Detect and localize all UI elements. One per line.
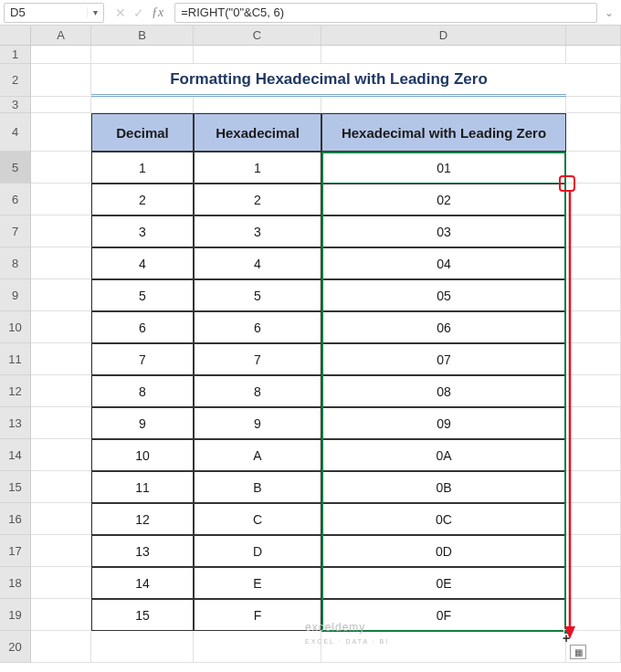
row-header-2[interactable]: 2 [0,64,30,97]
row-header-10[interactable]: 10 [0,311,30,343]
cell-hex[interactable]: 6 [194,311,321,343]
cell-decimal[interactable]: 3 [91,215,194,247]
cell-hex[interactable]: F [194,599,321,631]
cell-hex[interactable]: 3 [194,215,321,247]
cell-hex[interactable]: 2 [194,184,321,215]
cell-hex[interactable]: 8 [194,375,321,407]
table-row: 2202 [31,184,621,215]
fill-cursor-icon: + [563,632,570,645]
column-header-B[interactable]: B [91,26,194,45]
cell-leading-zero[interactable]: 07 [321,343,566,375]
cell-decimal[interactable]: 11 [91,471,194,503]
column-header-C[interactable]: C [194,26,321,45]
formula-bar-expand-icon[interactable]: ⌄ [601,6,617,19]
cell-hex[interactable]: D [194,535,321,567]
cell-leading-zero[interactable]: 0C [321,503,566,535]
cell-decimal[interactable]: 2 [91,184,194,215]
cell-hex[interactable]: 5 [194,279,321,311]
table-row: 10A0A [31,439,621,471]
table-row: 8808 [31,375,621,407]
row-header-7[interactable]: 7 [0,215,30,247]
row-header-4[interactable]: 4 [0,113,30,152]
cell-decimal[interactable]: 7 [91,343,194,375]
table-row: 3303 [31,215,621,247]
column-header-extra[interactable] [566,26,621,45]
table-row: 7707 [31,343,621,375]
row-header-14[interactable]: 14 [0,439,30,471]
col-header-decimal: Decimal [91,113,194,152]
cell-decimal[interactable]: 13 [91,535,194,567]
table-row: 1101 [31,152,621,184]
cell-decimal[interactable]: 1 [91,152,194,184]
cell-leading-zero[interactable]: 0B [321,471,566,503]
cell-hex[interactable]: 1 [194,152,321,184]
cell-decimal[interactable]: 5 [91,279,194,311]
cell-decimal[interactable]: 8 [91,375,194,407]
row-header-20[interactable]: 20 [0,631,30,663]
formula-bar-text: =RIGHT("0"&C5, 6) [181,5,284,19]
col-header-hexadecimal: Hexadecimal [194,113,321,152]
row-header-15[interactable]: 15 [0,471,30,503]
cell-leading-zero[interactable]: 09 [321,407,566,439]
row-header-19[interactable]: 19 [0,599,30,631]
name-box[interactable]: D5 ▾ [4,3,104,23]
cell-hex[interactable]: 9 [194,407,321,439]
cell-hex[interactable]: 4 [194,247,321,279]
column-header-A[interactable]: A [31,26,91,45]
cell-decimal[interactable]: 9 [91,407,194,439]
cell-decimal[interactable]: 6 [91,311,194,343]
cell-leading-zero[interactable]: 04 [321,247,566,279]
enter-icon[interactable]: ✓ [133,5,144,20]
table-row: 5505 [31,279,621,311]
formula-bar-buttons: ✕ ✓ ƒx [108,5,171,20]
row-header-6[interactable]: 6 [0,184,30,215]
cell-decimal[interactable]: 15 [91,599,194,631]
table-row: 9909 [31,407,621,439]
cell-leading-zero[interactable]: 0A [321,439,566,471]
cells-area[interactable]: Formatting Hexadecimal with Leading Zero… [31,46,621,663]
name-box-value: D5 [5,5,87,19]
cell-leading-zero[interactable]: 01 [321,152,566,184]
cell-hex[interactable]: E [194,567,321,599]
row-header-18[interactable]: 18 [0,567,30,599]
autofill-options-icon[interactable]: ▦ [570,645,586,659]
select-all-corner[interactable] [0,26,31,46]
cancel-icon[interactable]: ✕ [115,5,126,20]
row-header-16[interactable]: 16 [0,503,30,535]
row-header-9[interactable]: 9 [0,279,30,311]
cell-decimal[interactable]: 10 [91,439,194,471]
row-header-17[interactable]: 17 [0,535,30,567]
cell-decimal[interactable]: 4 [91,247,194,279]
cell-hex[interactable]: C [194,503,321,535]
row-header-12[interactable]: 12 [0,375,30,407]
name-box-dropdown-icon[interactable]: ▾ [87,7,103,17]
table-row: 14E0E [31,567,621,599]
column-header-D[interactable]: D [321,26,566,45]
cell-leading-zero[interactable]: 05 [321,279,566,311]
cell-leading-zero[interactable]: 0D [321,535,566,567]
cell-decimal[interactable]: 14 [91,567,194,599]
cell-leading-zero[interactable]: 03 [321,215,566,247]
row-header-11[interactable]: 11 [0,343,30,375]
page-title: Formatting Hexadecimal with Leading Zero [91,64,566,97]
cell-decimal[interactable]: 12 [91,503,194,535]
formula-bar[interactable]: =RIGHT("0"&C5, 6) [174,3,597,23]
cell-leading-zero[interactable]: 06 [321,311,566,343]
cell-hex[interactable]: 7 [194,343,321,375]
cell-leading-zero[interactable]: 02 [321,184,566,215]
cell-hex[interactable]: A [194,439,321,471]
row-header-1[interactable]: 1 [0,46,30,64]
cell-leading-zero[interactable]: 08 [321,375,566,407]
col-header-leading-zero: Hexadecimal with Leading Zero [321,113,566,152]
table-row: 6606 [31,311,621,343]
row-headers: 1234567891011121314151617181920 [0,46,31,663]
cell-leading-zero[interactable]: 0E [321,567,566,599]
row-header-5[interactable]: 5 [0,152,30,184]
spreadsheet-grid: 1234567891011121314151617181920 ABCD For… [0,26,621,672]
row-header-13[interactable]: 13 [0,407,30,439]
fx-icon[interactable]: ƒx [152,5,163,20]
table-row: 4404 [31,247,621,279]
row-header-3[interactable]: 3 [0,97,30,113]
row-header-8[interactable]: 8 [0,247,30,279]
cell-hex[interactable]: B [194,471,321,503]
